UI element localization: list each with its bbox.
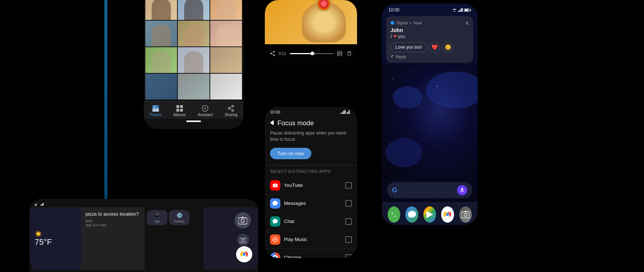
gallery-cell[interactable] [178,47,210,73]
svg-line-11 [229,108,233,111]
gallery-nav-photos[interactable]: Photos [150,105,161,117]
gallery-cell[interactable] [178,21,210,46]
focus-app-row-messages[interactable]: Messages [265,195,357,213]
svg-rect-55 [238,218,247,224]
dock-playstore-icon[interactable] [423,206,436,223]
gallery-cell[interactable] [210,0,242,20]
gallery-cell[interactable] [210,74,242,100]
video-scrubber[interactable] [311,52,314,55]
gallery-cell[interactable] [178,0,210,20]
svg-point-37 [411,71,412,72]
chat-checkbox[interactable] [345,218,352,225]
notif-face-emoji-button[interactable]: 😊 [442,42,453,52]
dock-messages-icon[interactable] [405,206,418,223]
svg-marker-27 [348,111,349,114]
svg-rect-4 [176,109,179,112]
svg-marker-21 [340,113,341,114]
gallery-nav-sharing-label: Sharing [225,113,237,117]
gallery-nav-sharing[interactable]: Sharing [225,105,237,117]
bottom-camera-icon[interactable] [235,212,251,229]
notif-header: Signal • Now ∧ [391,20,469,26]
google-assistant-mic[interactable] [457,185,467,195]
gallery-nav-assistant[interactable]: Assistant [198,105,213,117]
focus-turn-on-button[interactable]: Turn on now [270,148,311,159]
messages-checkbox[interactable] [345,200,352,207]
notif-reply-action[interactable]: Reply [391,55,469,59]
bottom-camera2-icon[interactable] [237,234,249,246]
svg-line-15 [271,52,274,53]
focus-back-button[interactable] [270,119,274,127]
chrome-icon-bottom[interactable] [236,246,252,262]
chat-icon [270,216,280,227]
gallery-nav-albums[interactable]: Albums [173,105,186,117]
svg-rect-35 [462,8,463,12]
gallery-cell[interactable] [210,21,242,46]
delete-icon[interactable] [346,50,353,57]
heart-icon: ❤ [393,34,397,39]
youtube-icon [270,180,280,191]
focus-status-icons [340,110,352,114]
edit-icon[interactable] [336,50,343,57]
gallery-cell[interactable] [145,74,177,100]
signal-notification[interactable]: Signal • Now ∧ John I ❤ you Love you too… [386,16,473,63]
svg-line-10 [229,106,233,108]
notif-app-name: Signal [397,21,408,25]
focus-app-row-chrome[interactable]: Chrome [265,249,357,258]
svg-point-41 [451,119,452,119]
playmusic-app-name: Play Music [284,237,307,242]
focus-divider [265,165,357,165]
video-progress-bar[interactable] [290,53,333,54]
chrome-checkbox[interactable] [345,254,352,258]
svg-marker-54 [43,203,44,206]
bottom-card-1[interactable]: 📱 App [147,210,167,225]
gallery-cell[interactable] [178,74,210,100]
svg-marker-28 [349,110,350,114]
phone-bottom: ☀️ 75°F pizza to access location? time a… [30,199,258,272]
notif-reply-text-button[interactable]: Love you too! [391,42,427,52]
svg-point-36 [392,79,393,79]
phone-focus: 10:00 Focus mode Pause distracting apps … [265,107,357,258]
dock-chrome-icon[interactable] [441,206,454,223]
focus-app-left: Messages [270,198,306,209]
notif-separator: • [410,21,412,25]
bottom-status-icons [35,202,46,206]
gallery-cell[interactable] [145,47,177,73]
card-label-1: App [155,220,160,223]
focus-app-left: Play Music [270,234,307,245]
notif-expand-icon[interactable]: ∧ [465,20,469,26]
gallery-home-indicator [186,121,201,122]
bottom-permission-panel: pizza to access location? time app is in… [81,207,145,270]
gallery-nav: Photos Albums Assistant Sharing [144,101,243,119]
phone-video: 0:11 [265,0,357,63]
notif-heart-emoji-button[interactable]: ❤️ [429,42,440,52]
card-icon-2: ⚙️ [176,212,183,218]
svg-rect-32 [459,10,460,12]
notif-actions: Love you too! ❤️ 😊 [391,42,469,52]
focus-app-row-chat[interactable]: Chat [265,213,357,231]
share-icon[interactable] [269,50,276,57]
svg-rect-31 [458,11,458,12]
chrome-icon [270,252,280,258]
svg-rect-5 [180,109,183,112]
focus-app-row-playmusic[interactable]: Play Music [265,231,357,249]
card-icon-1: 📱 [154,212,160,218]
svg-point-30 [454,11,455,12]
playmusic-checkbox[interactable] [345,236,352,243]
focus-header: Focus mode [265,116,357,130]
notif-time: Now [413,21,422,25]
gallery-nav-albums-label: Albums [173,113,186,117]
svg-point-39 [459,75,460,76]
pixel-searchbar[interactable]: G [387,182,472,198]
svg-point-56 [241,219,245,223]
dock-phone-icon[interactable] [388,206,400,223]
youtube-checkbox[interactable] [345,182,352,189]
focus-app-left: Chat [270,216,294,227]
gallery-cell[interactable] [145,21,177,46]
dock-camera-icon[interactable] [459,206,472,223]
phone-pixel: 10:00 [382,4,478,225]
heart-emoji-icon: ❤️ [432,44,438,50]
bottom-card-2[interactable]: ⚙️ Settings [169,210,190,225]
gallery-cell[interactable] [145,0,177,20]
gallery-cell[interactable] [210,47,242,73]
focus-app-row-youtube[interactable]: YouTube [265,177,357,195]
